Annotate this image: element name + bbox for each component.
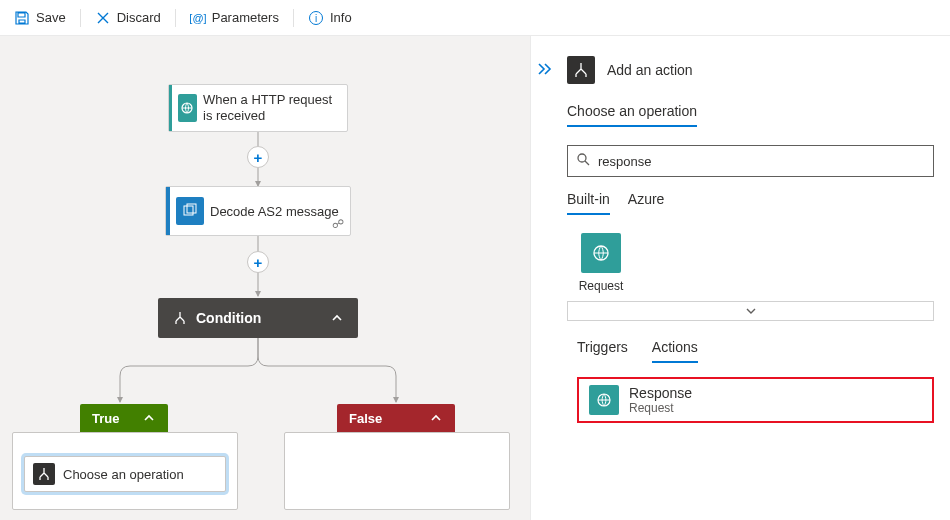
- discard-label: Discard: [117, 10, 161, 25]
- choose-operation-card[interactable]: Choose an operation: [24, 456, 226, 492]
- toolbar-separator: [175, 9, 176, 27]
- tab-triggers[interactable]: Triggers: [577, 339, 628, 363]
- http-request-icon: [178, 94, 197, 122]
- triggers-actions-tabs: Triggers Actions: [559, 321, 950, 363]
- chevron-down-icon: [745, 305, 757, 317]
- main-area: When a HTTP request is received + Decode…: [0, 36, 950, 520]
- panel-title: Add an action: [607, 62, 693, 78]
- designer-canvas[interactable]: When a HTTP request is received + Decode…: [0, 36, 530, 520]
- svg-text:i: i: [315, 13, 317, 24]
- search-input[interactable]: [598, 154, 925, 169]
- svg-rect-6: [184, 206, 193, 215]
- save-button[interactable]: Save: [8, 6, 72, 30]
- discard-button[interactable]: Discard: [89, 6, 167, 30]
- add-step-button[interactable]: +: [247, 146, 269, 168]
- tab-actions[interactable]: Actions: [652, 339, 698, 363]
- operation-result-response[interactable]: Response Request: [577, 377, 934, 423]
- discard-icon: [95, 10, 111, 26]
- choose-operation-heading: Choose an operation: [567, 103, 697, 127]
- svg-rect-7: [187, 204, 196, 213]
- link-icon: ☍: [332, 217, 344, 231]
- panel-header: Add an action: [559, 36, 950, 96]
- expand-services-button[interactable]: [567, 301, 934, 321]
- trigger-label: When a HTTP request is received: [203, 92, 347, 123]
- service-category-tabs: Built-in Azure: [559, 177, 950, 215]
- response-action-icon: [589, 385, 619, 415]
- chevron-up-icon: [330, 311, 344, 325]
- add-action-icon: [567, 56, 595, 84]
- node-accent: [169, 85, 172, 131]
- condition-icon: [172, 310, 188, 326]
- info-button[interactable]: i Info: [302, 6, 358, 30]
- search-icon: [576, 152, 590, 170]
- operation-icon: [33, 463, 55, 485]
- svg-point-8: [578, 154, 586, 162]
- condition-node[interactable]: Condition: [158, 298, 358, 338]
- save-icon: [14, 10, 30, 26]
- tab-azure[interactable]: Azure: [628, 191, 665, 215]
- panel-collapse-button[interactable]: [531, 36, 559, 520]
- chevron-up-icon: [429, 411, 443, 425]
- false-label: False: [349, 411, 382, 426]
- svg-line-9: [585, 161, 589, 165]
- service-grid: Request: [559, 215, 950, 301]
- save-label: Save: [36, 10, 66, 25]
- chevron-right-double-icon: [537, 62, 553, 76]
- chevron-up-icon: [142, 411, 156, 425]
- trigger-node-http-request[interactable]: When a HTTP request is received: [168, 84, 348, 132]
- request-service-icon: [581, 233, 621, 273]
- operation-search-box[interactable]: [567, 145, 934, 177]
- branch-container-false[interactable]: [284, 432, 510, 510]
- result-text: Response Request: [629, 385, 692, 415]
- as2-label: Decode AS2 message: [210, 204, 349, 219]
- choose-operation-label: Choose an operation: [63, 467, 184, 482]
- panel-subheader: Choose an operation: [559, 102, 950, 127]
- parameters-label: Parameters: [212, 10, 279, 25]
- svg-text:[@]: [@]: [190, 12, 206, 24]
- add-step-button[interactable]: +: [247, 251, 269, 273]
- info-label: Info: [330, 10, 352, 25]
- branch-tab-false[interactable]: False: [337, 404, 455, 432]
- branch-tab-true[interactable]: True: [80, 404, 168, 432]
- parameters-icon: [@]: [190, 10, 206, 26]
- true-label: True: [92, 411, 119, 426]
- service-tile-label: Request: [579, 279, 624, 293]
- parameters-button[interactable]: [@] Parameters: [184, 6, 285, 30]
- condition-label: Condition: [196, 310, 330, 326]
- action-node-decode-as2[interactable]: Decode AS2 message ☍: [165, 186, 351, 236]
- decode-as2-icon: [176, 197, 204, 225]
- service-tile-request[interactable]: Request: [571, 233, 631, 293]
- node-accent: [166, 187, 170, 235]
- info-icon: i: [308, 10, 324, 26]
- result-subtitle: Request: [629, 401, 692, 415]
- toolbar: Save Discard [@] Parameters i Info: [0, 0, 950, 36]
- tab-builtin[interactable]: Built-in: [567, 191, 610, 215]
- panel-body: Add an action Choose an operation Built-…: [559, 36, 950, 520]
- result-title: Response: [629, 385, 692, 401]
- toolbar-separator: [293, 9, 294, 27]
- right-panel: Add an action Choose an operation Built-…: [530, 36, 950, 520]
- toolbar-separator: [80, 9, 81, 27]
